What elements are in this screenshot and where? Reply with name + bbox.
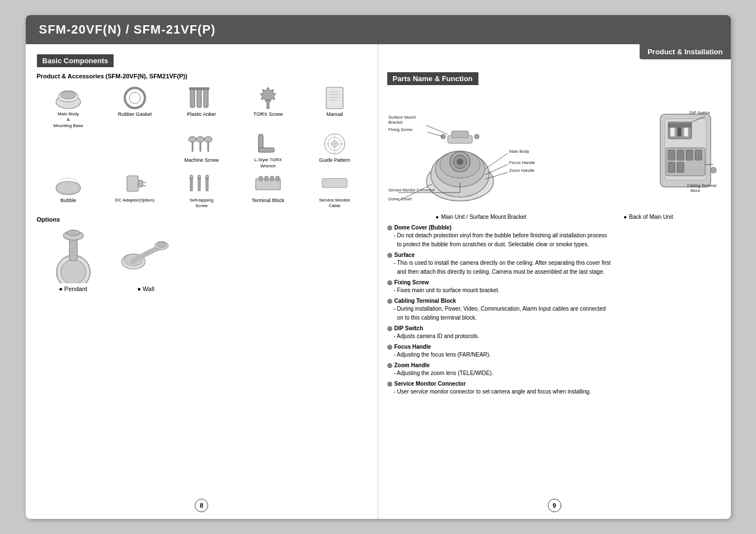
- svg-rect-5: [190, 88, 195, 107]
- plastic-anker-label: Plastic Anker: [187, 111, 216, 117]
- svg-rect-36: [190, 179, 192, 191]
- circle-bullet-1: ◎: [387, 223, 392, 232]
- circle-bullet-7: ◎: [387, 361, 392, 369]
- svg-rect-98: [695, 150, 702, 160]
- svg-rect-31: [127, 176, 138, 191]
- component-machine-screw: Machine Screw: [170, 132, 233, 169]
- svg-point-18: [196, 137, 204, 142]
- manual-label: Manual: [326, 111, 343, 117]
- svg-text:Bracket: Bracket: [388, 120, 403, 125]
- options-section: Options ● Pendant: [37, 216, 367, 292]
- svg-text:Focus Handle: Focus Handle: [509, 160, 535, 165]
- accessories-subtitle: Product & Accessories (SFM-20VF(N), SFM2…: [37, 73, 367, 79]
- svg-rect-7: [204, 88, 208, 107]
- circle-bullet-2: ◎: [387, 251, 392, 259]
- component-manual: Manual: [303, 86, 367, 129]
- terminal-block-label: Terminal Block: [252, 198, 285, 203]
- main-body-icon: [54, 86, 83, 110]
- desc-dip: ◎ DIP Switch: [387, 324, 722, 332]
- zoom-text: Zoom Handle: [395, 361, 430, 369]
- header-title: SFM-20VF(N) / SFM-21VF(P): [39, 22, 216, 37]
- circle-bullet-5: ◎: [387, 324, 392, 332]
- svg-point-16: [189, 137, 196, 142]
- product-installation-badge: Product & Installation: [640, 44, 730, 59]
- dome-cover-text: Dome Cover (Bubble): [395, 223, 452, 232]
- svg-point-55: [67, 230, 80, 236]
- svg-text:Fixing Screw: Fixing Screw: [388, 127, 413, 132]
- surface-text: Surface: [395, 251, 415, 259]
- svg-point-4: [129, 92, 140, 104]
- desc-service-dash: - User service monitor connector to set …: [387, 388, 722, 396]
- desc-zoom: ◎ Zoom Handle: [387, 361, 722, 369]
- options-row: ● Pendant ● Wall: [37, 227, 367, 292]
- desc-cabling: ◎ Cabling Terminal Block: [387, 297, 722, 305]
- right-panel: Product & Installation Parts Name & Func…: [378, 44, 731, 519]
- plastic-anker-icon: [187, 86, 216, 110]
- self-tapping-label: Self-tappingScrew: [190, 198, 214, 209]
- desc-dome-cover-dash2: to protect the bubble from scratches or …: [387, 241, 722, 249]
- svg-text:Main Body: Main Body: [509, 149, 529, 154]
- desc-dome-cover-dash: - Do not detach protection vinyl from th…: [387, 232, 722, 240]
- component-empty1: [37, 132, 100, 169]
- component-dc-adaptor: DC Adaptor(Option): [104, 172, 167, 209]
- component-guide-pattern: Guide Pattern: [303, 132, 367, 169]
- component-service-monitor-cable: Service MonitorCable: [303, 172, 367, 209]
- svg-line-76: [485, 153, 508, 169]
- circle-bullet-3: ◎: [387, 278, 392, 287]
- svg-marker-35: [190, 175, 193, 179]
- desc-surface-dash: - This is used to install the camera dir…: [387, 259, 722, 267]
- machine-screw-label: Machine Screw: [184, 157, 219, 163]
- components-grid: Main Body&Mounting Base Rubber Gasket: [37, 86, 367, 209]
- l-style-torx-icon: [253, 132, 283, 156]
- svg-rect-100: [677, 162, 684, 172]
- focus-text: Focus Handle: [395, 343, 431, 351]
- header-bar: SFM-20VF(N) / SFM-21VF(P): [26, 15, 731, 44]
- parts-name-title: Parts Name & Function: [387, 72, 478, 85]
- svg-point-70: [475, 134, 479, 139]
- desc-cabling-dash: - During installation, Power, Video, Com…: [387, 305, 722, 313]
- component-self-tapping: Self-tappingScrew: [170, 172, 233, 209]
- svg-point-59: [157, 242, 166, 247]
- svg-marker-37: [198, 175, 201, 179]
- descriptions-list: ◎ Dome Cover (Bubble) - Do not detach pr…: [387, 223, 722, 396]
- svg-point-66: [457, 158, 463, 165]
- svg-point-52: [61, 260, 86, 283]
- rubber-gasket-icon: [120, 86, 149, 110]
- pendant-icon: [48, 227, 98, 283]
- svg-rect-43: [265, 176, 268, 181]
- svg-point-3: [125, 88, 145, 108]
- desc-fixing-screw: ◎ Fixing Screw: [387, 278, 722, 287]
- svg-rect-6: [197, 88, 201, 107]
- svg-point-101: [711, 167, 716, 173]
- component-empty2: [104, 132, 167, 169]
- svg-text:Surface Mount: Surface Mount: [388, 115, 416, 120]
- component-torx-screw: TORX Screw: [237, 86, 300, 129]
- svg-rect-40: [206, 179, 208, 191]
- component-main-body: Main Body&Mounting Base: [37, 86, 100, 129]
- desc-service: ◎ Service Monitor Connector: [387, 380, 722, 388]
- rubber-gasket-label: Rubber Gasket: [118, 111, 152, 117]
- svg-point-29: [56, 181, 81, 195]
- wall-label: ● Wall: [137, 285, 154, 292]
- manual-icon: [320, 86, 349, 110]
- guide-pattern-label: Guide Pattern: [319, 157, 350, 163]
- component-rubber-gasket: Rubber Gasket: [104, 86, 167, 129]
- caption-back-unit-text: Back of Main Unit: [629, 214, 673, 220]
- bubble-icon: [54, 172, 83, 196]
- svg-rect-10: [267, 100, 269, 109]
- svg-rect-96: [677, 150, 684, 160]
- page-number-right: 9: [548, 499, 561, 512]
- dc-adaptor-label: DC Adaptor(Option): [115, 198, 154, 203]
- service-text: Service Monitor Connector: [395, 380, 466, 388]
- desc-dip-dash: - Adjusts camera ID and protocols.: [387, 332, 722, 340]
- dc-adaptor-icon: [120, 172, 149, 196]
- parts-diagram: Surface Mount Bracket Fixing Screw Main …: [387, 109, 722, 209]
- svg-marker-39: [205, 175, 209, 179]
- pendant-label: ● Pendant: [59, 285, 87, 292]
- circle-bullet-4: ◎: [387, 297, 392, 305]
- torx-screw-label: TORX Screw: [253, 111, 283, 117]
- service-monitor-cable-icon: [320, 172, 349, 196]
- fixing-screw-text: Fixing Screw: [395, 278, 429, 287]
- svg-rect-97: [686, 150, 693, 160]
- svg-point-20: [204, 137, 212, 142]
